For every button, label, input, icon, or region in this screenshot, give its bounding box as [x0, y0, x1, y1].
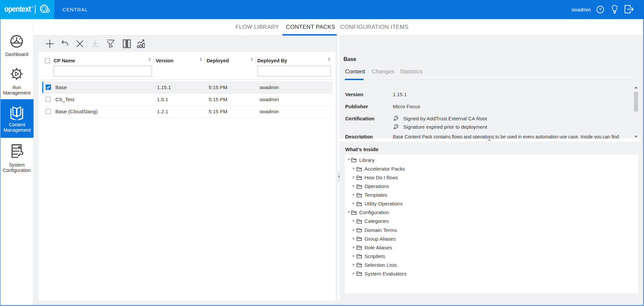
svg-text:?: ? [599, 7, 602, 12]
